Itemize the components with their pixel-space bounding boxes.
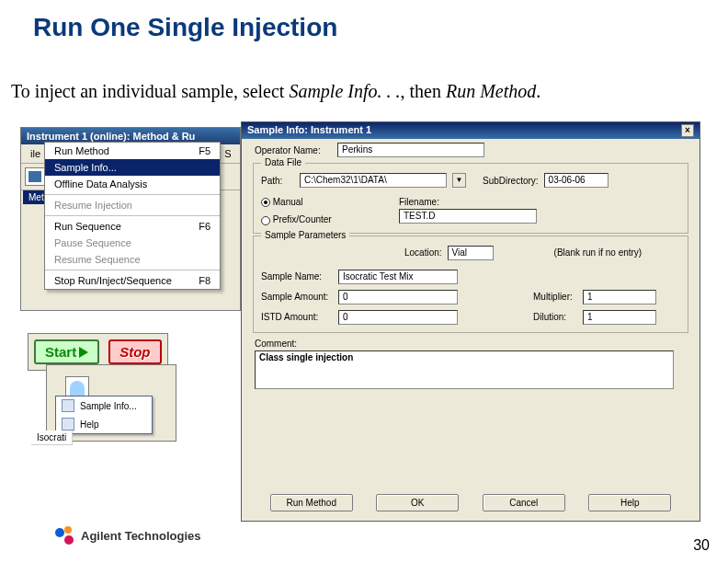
dilution-input[interactable]: 1 bbox=[583, 310, 656, 325]
blank-run-note: (Blank run if no entry) bbox=[554, 247, 643, 258]
menu-accel: F8 bbox=[199, 275, 210, 286]
sample-parameters-group: Sample Parameters Location: Vial (Blank … bbox=[253, 236, 688, 333]
menu-label: Resume Injection bbox=[54, 200, 132, 211]
location-input[interactable]: Vial bbox=[448, 246, 494, 260]
menu-label: Sample Info... bbox=[54, 162, 117, 173]
slide-title: Run One Single Injection bbox=[33, 13, 337, 42]
subtitle-em-2: Run Method bbox=[446, 81, 536, 101]
menu-label: Run Sequence bbox=[54, 221, 121, 232]
brand: Agilent Technologies bbox=[55, 526, 201, 545]
help-icon bbox=[62, 418, 74, 431]
subdir-input[interactable]: 03-06-06 bbox=[544, 173, 609, 188]
module-caption: Isocrati bbox=[31, 431, 73, 445]
run-method-button[interactable]: Run Method bbox=[270, 494, 353, 511]
multiplier-label: Multiplier: bbox=[533, 292, 579, 302]
path-label: Path: bbox=[261, 176, 294, 186]
radio-icon bbox=[261, 216, 270, 225]
sample-info-icon bbox=[62, 399, 74, 412]
context-label: Sample Info... bbox=[80, 401, 137, 411]
close-icon[interactable]: × bbox=[681, 124, 694, 137]
help-button[interactable]: Help bbox=[588, 494, 671, 511]
slide-subtitle: To inject an individual sample, select S… bbox=[11, 81, 540, 102]
menu-file[interactable]: ile bbox=[25, 146, 46, 161]
stop-button[interactable]: Stop bbox=[108, 339, 161, 364]
brand-logo-icon bbox=[55, 526, 74, 545]
dialog-titlebar: Sample Info: Instrument 1 × bbox=[242, 122, 700, 139]
prefix-label: Prefix/Counter bbox=[273, 214, 332, 224]
sample-amount-label: Sample Amount: bbox=[261, 292, 335, 302]
menu-item-resume-sequence: Resume Sequence bbox=[45, 251, 220, 268]
menu-item-offline-data-analysis[interactable]: Offline Data Analysis bbox=[45, 176, 220, 192]
location-label: Location: bbox=[404, 247, 442, 258]
subdir-label: SubDirectory: bbox=[483, 176, 539, 186]
sample-parameters-group-title: Sample Parameters bbox=[261, 230, 349, 240]
subtitle-em-1: Sample Info. . . bbox=[289, 81, 400, 101]
sample-name-input[interactable]: Isocratic Test Mix bbox=[338, 270, 458, 284]
path-input[interactable]: C:\Chem32\1\DATA\ bbox=[300, 173, 447, 188]
sample-info-dialog: Sample Info: Instrument 1 × Operator Nam… bbox=[241, 121, 700, 522]
menu-s[interactable]: S bbox=[219, 146, 236, 161]
subtitle-text-1: To inject an individual sample, select bbox=[11, 81, 289, 101]
menu-label: Stop Run/Inject/Sequence bbox=[54, 275, 172, 286]
prefix-counter-option[interactable]: Prefix/Counter bbox=[261, 214, 371, 224]
filename-input[interactable]: TEST.D bbox=[399, 209, 537, 224]
start-label: Start bbox=[45, 344, 76, 360]
menu-label: Offline Data Analysis bbox=[54, 178, 147, 190]
menu-item-sample-info[interactable]: Sample Info... bbox=[45, 159, 220, 176]
sample-name-label: Sample Name: bbox=[261, 271, 335, 282]
menu-accel: F6 bbox=[199, 221, 210, 232]
subtitle-text-3: . bbox=[536, 81, 540, 101]
comment-label: Comment: bbox=[255, 339, 332, 349]
ok-button[interactable]: OK bbox=[376, 494, 459, 511]
sample-amount-input[interactable]: 0 bbox=[338, 290, 458, 304]
operator-input[interactable]: Perkins bbox=[337, 143, 484, 157]
menu-separator bbox=[45, 270, 220, 270]
menu-label: Pause Sequence bbox=[54, 237, 131, 248]
play-icon bbox=[79, 347, 88, 358]
radio-icon bbox=[261, 198, 270, 207]
module-context-menu: Sample Info... Help bbox=[55, 396, 153, 434]
menu-item-pause-sequence: Pause Sequence bbox=[45, 235, 220, 251]
data-file-group: Data File Path: C:\Chem32\1\DATA\ ▼ SubD… bbox=[253, 163, 688, 234]
stop-label: Stop bbox=[119, 344, 150, 360]
menu-item-stop-run[interactable]: Stop Run/Inject/Sequence F8 bbox=[45, 272, 220, 289]
context-item-sample-info[interactable]: Sample Info... bbox=[56, 396, 152, 415]
dialog-title: Sample Info: Instrument 1 bbox=[247, 124, 371, 137]
menu-accel: F5 bbox=[199, 145, 210, 156]
menu-item-run-sequence[interactable]: Run Sequence F6 bbox=[45, 218, 220, 235]
manual-option[interactable]: Manual bbox=[261, 197, 371, 207]
page-number: 30 bbox=[693, 537, 710, 554]
menu-separator bbox=[45, 215, 220, 216]
menu-item-resume-injection: Resume Injection bbox=[45, 197, 220, 213]
filename-label: Filename: bbox=[399, 197, 537, 207]
context-label: Help bbox=[80, 419, 99, 430]
cancel-button[interactable]: Cancel bbox=[483, 494, 565, 511]
data-file-group-title: Data File bbox=[261, 157, 305, 167]
menu-separator bbox=[45, 194, 220, 195]
comment-input[interactable]: Class single injection bbox=[255, 350, 674, 389]
manual-label: Manual bbox=[273, 197, 303, 207]
menu-item-run-method[interactable]: Run Method F5 bbox=[45, 143, 220, 159]
istd-amount-label: ISTD Amount: bbox=[261, 312, 335, 322]
multiplier-input[interactable]: 1 bbox=[583, 290, 656, 304]
operator-row: Operator Name: Perkins bbox=[242, 139, 700, 161]
dilution-label: Dilution: bbox=[533, 312, 579, 322]
menu-label: Run Method bbox=[54, 145, 109, 156]
toolbar-icon-1[interactable] bbox=[25, 167, 45, 186]
menu-label: Resume Sequence bbox=[54, 254, 141, 265]
start-button[interactable]: Start bbox=[34, 339, 99, 364]
operator-label: Operator Name: bbox=[255, 145, 332, 155]
brand-label: Agilent Technologies bbox=[81, 529, 201, 543]
runcontrol-dropdown: Run Method F5 Sample Info... Offline Dat… bbox=[44, 142, 221, 290]
istd-amount-input[interactable]: 0 bbox=[338, 310, 458, 325]
dialog-buttons: Run Method OK Cancel Help bbox=[242, 494, 700, 511]
subtitle-text-2: , then bbox=[401, 81, 446, 101]
path-dropdown-icon[interactable]: ▼ bbox=[452, 173, 466, 188]
